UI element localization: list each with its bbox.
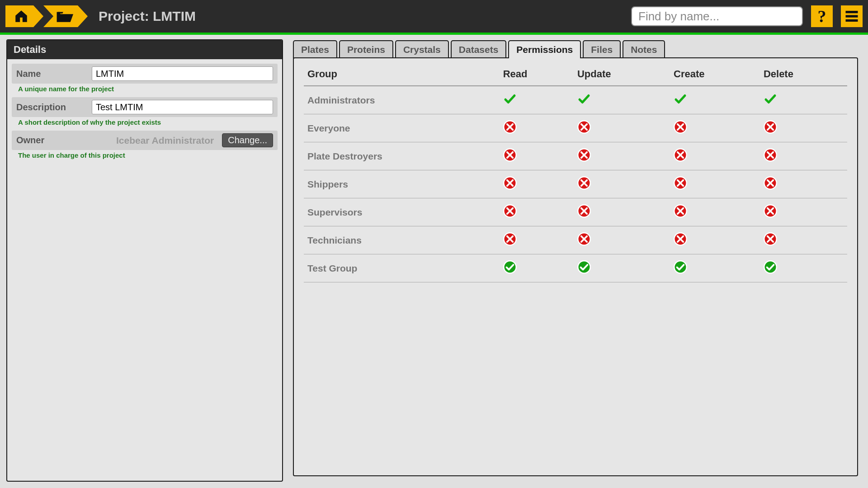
name-label: Name	[16, 69, 86, 79]
help-button[interactable]: ?	[811, 5, 833, 27]
deny-icon	[764, 148, 777, 162]
owner-hint: The user in charge of this project	[12, 150, 278, 164]
perm-group-name: Everyone	[304, 114, 500, 142]
grant-icon	[503, 260, 517, 274]
deny-icon	[674, 176, 687, 190]
deny-icon	[503, 204, 517, 218]
deny-icon	[764, 204, 777, 218]
details-header: Details	[7, 40, 282, 59]
perm-cell[interactable]	[760, 170, 847, 198]
deny-icon	[577, 204, 591, 218]
check-icon	[577, 92, 591, 106]
perm-cell[interactable]	[574, 198, 670, 226]
deny-icon	[674, 204, 687, 218]
tab-proteins[interactable]: Proteins	[339, 40, 393, 58]
perm-cell[interactable]	[574, 142, 670, 170]
tab-plates[interactable]: Plates	[293, 40, 337, 58]
perm-cell[interactable]	[574, 226, 670, 254]
breadcrumb-folder[interactable]	[43, 5, 78, 27]
perm-cell[interactable]	[760, 114, 847, 142]
perm-group-name: Plate Destroyers	[304, 142, 500, 170]
table-row: Plate Destroyers	[304, 142, 847, 170]
deny-icon	[503, 232, 517, 246]
folder-open-icon	[56, 9, 73, 24]
perm-cell[interactable]	[500, 142, 574, 170]
menu-button[interactable]	[841, 5, 863, 27]
owner-value: Icebear Administrator	[92, 135, 217, 146]
perm-cell[interactable]	[500, 254, 574, 282]
tab-body-permissions: GroupReadUpdateCreateDelete Administrato…	[293, 57, 858, 476]
table-row: Supervisors	[304, 198, 847, 226]
description-input[interactable]	[92, 100, 273, 114]
perm-cell[interactable]	[760, 226, 847, 254]
perm-cell[interactable]	[670, 198, 760, 226]
owner-label: Owner	[16, 135, 86, 145]
grant-icon	[764, 260, 777, 274]
page-title: Project: LMTIM	[99, 9, 196, 24]
deny-icon	[577, 232, 591, 246]
svg-text:?: ?	[818, 8, 826, 25]
breadcrumb-home[interactable]	[5, 5, 33, 27]
perm-cell[interactable]	[670, 170, 760, 198]
perm-col-delete: Delete	[760, 64, 847, 86]
perm-cell[interactable]	[670, 226, 760, 254]
perm-cell[interactable]	[574, 86, 670, 114]
name-hint: A unique name for the project	[12, 84, 278, 97]
table-row: Technicians	[304, 226, 847, 254]
deny-icon	[764, 176, 777, 190]
name-input[interactable]	[92, 66, 273, 81]
perm-cell[interactable]	[500, 226, 574, 254]
tabs: PlatesProteinsCrystalsDatasetsPermission…	[293, 40, 858, 58]
perm-group-name: Test Group	[304, 254, 500, 282]
deny-icon	[503, 120, 517, 134]
svg-rect-3	[846, 11, 858, 13]
perm-group-name: Supervisors	[304, 198, 500, 226]
tab-datasets[interactable]: Datasets	[451, 40, 507, 58]
perm-cell[interactable]	[500, 114, 574, 142]
deny-icon	[577, 148, 591, 162]
perm-cell[interactable]	[500, 170, 574, 198]
search-input[interactable]	[631, 6, 803, 26]
deny-icon	[674, 148, 687, 162]
perm-cell[interactable]	[670, 114, 760, 142]
perm-cell[interactable]	[760, 86, 847, 114]
check-icon	[503, 92, 517, 106]
perm-cell[interactable]	[760, 142, 847, 170]
tab-notes[interactable]: Notes	[623, 40, 665, 58]
tab-crystals[interactable]: Crystals	[395, 40, 449, 58]
help-icon: ?	[813, 8, 830, 25]
perm-cell[interactable]	[670, 142, 760, 170]
deny-icon	[674, 232, 687, 246]
perm-group-name: Shippers	[304, 170, 500, 198]
menu-icon	[844, 8, 860, 24]
perm-col-group: Group	[304, 64, 500, 86]
svg-rect-5	[846, 19, 858, 22]
perm-cell[interactable]	[574, 114, 670, 142]
perm-col-update: Update	[574, 64, 670, 86]
tab-files[interactable]: Files	[583, 40, 621, 58]
table-row: Shippers	[304, 170, 847, 198]
perm-group-name: Administrators	[304, 86, 500, 114]
perm-cell[interactable]	[500, 86, 574, 114]
perm-cell[interactable]	[500, 198, 574, 226]
deny-icon	[577, 176, 591, 190]
name-field-row: Name	[12, 64, 278, 84]
details-panel: Details Name A unique name for the proje…	[6, 39, 283, 482]
perm-cell[interactable]	[670, 254, 760, 282]
permissions-table: GroupReadUpdateCreateDelete Administrato…	[304, 64, 847, 282]
perm-cell[interactable]	[574, 170, 670, 198]
table-row: Test Group	[304, 254, 847, 282]
deny-icon	[577, 120, 591, 134]
owner-field-row: Owner Icebear Administrator Change...	[12, 131, 278, 150]
grant-icon	[577, 260, 591, 274]
deny-icon	[764, 232, 777, 246]
perm-cell[interactable]	[760, 254, 847, 282]
tab-permissions[interactable]: Permissions	[508, 40, 581, 58]
perm-cell[interactable]	[760, 198, 847, 226]
description-label: Description	[16, 102, 86, 113]
grant-icon	[674, 260, 687, 274]
check-icon	[674, 92, 687, 106]
perm-cell[interactable]	[574, 254, 670, 282]
owner-change-button[interactable]: Change...	[222, 133, 273, 147]
perm-cell[interactable]	[670, 86, 760, 114]
